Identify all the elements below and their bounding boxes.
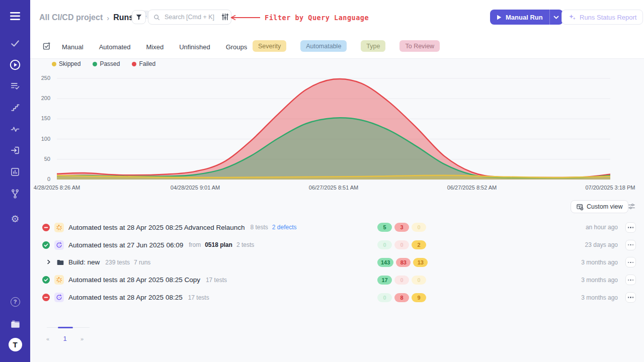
custom-view-button[interactable]: Custom view	[571, 200, 628, 213]
steps-icon[interactable]	[0, 103, 30, 113]
run-timestamp: 3 months ago	[581, 259, 618, 266]
run-row-lead	[42, 258, 68, 267]
runs-play-icon[interactable]	[0, 59, 30, 71]
count-red-badge: 0	[394, 240, 409, 249]
manual-run-button[interactable]: Manual Run	[490, 10, 549, 25]
y-axis-label: 150	[30, 115, 50, 121]
y-axis-label: 250	[30, 75, 50, 81]
run-type-tabs: ManualAutomatedMixedUnfinishedGroups	[62, 41, 247, 52]
projects-folder-icon[interactable]	[0, 319, 30, 329]
run-type-automation-icon	[54, 293, 64, 302]
settings-gear-icon[interactable]: ⚙	[0, 214, 30, 224]
run-meta: from0518 plan2 tests	[189, 241, 254, 248]
pagination-prev[interactable]: «	[44, 336, 51, 342]
annotation-arrow-icon	[229, 15, 261, 21]
search-icon	[153, 14, 160, 21]
run-row[interactable]: Automated tests at 28 Apr 2025 08:25 Adv…	[42, 219, 639, 236]
multiselect-icon[interactable]	[42, 42, 51, 52]
run-group-row[interactable]: Build: new239 tests7 runs14383133 months…	[42, 254, 639, 272]
run-meta-item: 2 tests	[236, 241, 254, 248]
run-row[interactable]: Automated tests at 27 Jun 2025 06:09from…	[42, 236, 639, 254]
query-filter-icon[interactable]	[221, 13, 229, 23]
tab-manual[interactable]: Manual	[62, 43, 84, 51]
run-result-counts: 089	[377, 293, 426, 302]
x-axis: 4/28/2025 8:26 AM04/28/2025 9:01 AM06/27…	[57, 185, 610, 192]
legend-item-skipped[interactable]: Skipped	[52, 60, 80, 67]
tests-check-icon[interactable]	[0, 38, 30, 48]
filter-pill-automatable[interactable]: Automatable	[300, 40, 347, 52]
more-actions-button[interactable]	[625, 275, 636, 285]
count-green-badge: 17	[377, 276, 392, 285]
run-row-lead	[42, 275, 68, 285]
count-green-badge: 0	[377, 293, 392, 302]
view-settings-icon[interactable]	[628, 203, 635, 212]
imports-icon[interactable]	[0, 145, 30, 155]
pagination-page-1[interactable]: 1	[61, 335, 68, 342]
help-icon[interactable]: ?	[0, 297, 30, 307]
series-area-passed	[57, 118, 610, 179]
run-row[interactable]: Automated tests at 28 Apr 2025 08:2517 t…	[42, 289, 639, 306]
search-input[interactable]	[164, 13, 224, 21]
status-passed-icon	[42, 276, 50, 284]
tab-unfinished[interactable]: Unfinished	[179, 43, 210, 51]
run-title[interactable]: Build: new	[68, 258, 100, 266]
x-axis-label: 4/28/2025 8:26 AM	[34, 185, 80, 191]
runs-over-time-chart	[57, 75, 610, 182]
pagination-next[interactable]: »	[78, 336, 86, 342]
run-title[interactable]: Automated tests at 28 Apr 2025 08:25	[68, 294, 183, 301]
play-icon	[497, 15, 502, 20]
x-axis-label: 04/28/2025 9:01 AM	[171, 185, 220, 191]
count-red-badge: 83	[396, 258, 411, 267]
count-yellow-badge: 0	[412, 223, 426, 232]
manual-run-dropdown-button[interactable]	[549, 10, 563, 25]
more-actions-button[interactable]	[625, 240, 636, 250]
filter-button[interactable]	[132, 10, 146, 24]
more-actions-button[interactable]	[625, 257, 636, 267]
user-avatar[interactable]: T	[0, 338, 30, 351]
chart-legend: SkippedPassedFailed	[52, 60, 155, 67]
tab-mixed[interactable]: Mixed	[146, 43, 164, 51]
filter-pill-severity[interactable]: Severity	[253, 40, 286, 52]
custom-view-label: Custom view	[587, 203, 623, 210]
status-passed-icon	[42, 241, 50, 249]
filter-pill-to-review[interactable]: To Review	[399, 40, 440, 52]
activity-pulse-icon[interactable]	[0, 124, 30, 134]
y-axis-label: 50	[30, 156, 50, 162]
legend-item-passed[interactable]: Passed	[93, 60, 120, 67]
runs-status-report-button[interactable]: Runs Status Report	[561, 10, 643, 25]
search-box[interactable]	[148, 10, 231, 25]
count-green-badge: 0	[377, 240, 392, 249]
run-title[interactable]: Automated tests at 28 Apr 2025 08:25 Adv…	[68, 224, 245, 231]
legend-label: Skipped	[59, 60, 80, 67]
run-meta-item: 8 tests	[251, 224, 268, 231]
more-actions-button[interactable]	[625, 222, 636, 233]
defects-link[interactable]: 2 defects	[272, 224, 297, 231]
run-row-lead	[42, 293, 68, 302]
run-row-lead	[42, 223, 68, 232]
reports-chart-icon[interactable]	[0, 167, 30, 177]
y-axis-label: 200	[30, 95, 50, 101]
run-timestamp: 3 months ago	[581, 277, 618, 284]
manual-run-label: Manual Run	[506, 14, 543, 21]
run-timestamp: an hour ago	[586, 224, 618, 231]
run-result-counts: 1700	[377, 276, 426, 285]
table-settings-icon	[576, 203, 584, 211]
menu-icon[interactable]	[0, 11, 30, 21]
page-title: Runs	[113, 13, 133, 22]
more-actions-button[interactable]	[625, 292, 636, 303]
breadcrumb-project[interactable]: All CI/CD project	[39, 13, 103, 22]
traceability-branch-icon[interactable]	[0, 189, 30, 200]
tab-groups[interactable]: Groups	[226, 43, 248, 51]
filter-pill-type[interactable]: Type	[361, 40, 385, 52]
tab-automated[interactable]: Automated	[99, 43, 131, 51]
count-red-badge: 3	[394, 223, 409, 232]
chevron-right-icon[interactable]	[46, 258, 52, 267]
legend-dot-icon	[93, 62, 97, 66]
run-title[interactable]: Automated tests at 28 Apr 2025 08:25 Cop…	[68, 276, 200, 284]
legend-item-failed[interactable]: Failed	[132, 60, 155, 67]
runs-page: ⚙ ? T All CI/CD project › Runs 11 Filter…	[0, 0, 644, 362]
run-row[interactable]: Automated tests at 28 Apr 2025 08:25 Cop…	[42, 271, 639, 289]
run-title[interactable]: Automated tests at 27 Jun 2025 06:09	[68, 241, 183, 249]
test-cases-list-icon[interactable]	[0, 81, 30, 91]
folder-icon	[56, 259, 64, 266]
